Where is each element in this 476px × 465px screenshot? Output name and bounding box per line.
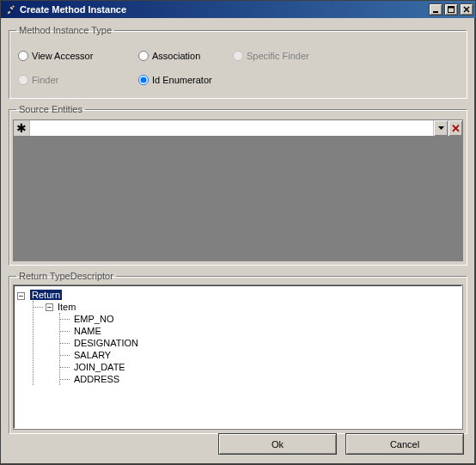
- close-button[interactable]: [460, 3, 473, 15]
- tree-leaf-label[interactable]: EMP_NO: [72, 313, 115, 325]
- tree-leaf[interactable]: ADDRESS: [60, 373, 459, 385]
- tree-connector: [59, 367, 70, 368]
- tree-connector: [59, 355, 70, 356]
- svg-rect-1: [433, 11, 438, 13]
- svg-rect-3: [449, 7, 455, 9]
- titlebar: Create Method Instance: [1, 1, 475, 18]
- radio-id-enumerator[interactable]: Id Enumerator: [138, 75, 212, 85]
- close-icon: ✕: [451, 122, 461, 135]
- cancel-button[interactable]: Cancel: [345, 433, 464, 455]
- radio-view-accessor-input[interactable]: [18, 51, 28, 61]
- radio-association-label: Association: [152, 51, 200, 61]
- radio-view-accessor-label: View Accessor: [32, 51, 93, 61]
- tree-connector: [33, 307, 43, 308]
- source-entity-remove-button[interactable]: ✕: [448, 120, 462, 136]
- tree-leaf-label[interactable]: NAME: [72, 325, 103, 337]
- radio-specific-finder-input: [233, 51, 243, 61]
- source-entities-legend: Source Entities: [16, 104, 85, 114]
- tree-root-label[interactable]: Return: [30, 290, 62, 300]
- radio-finder-input: [18, 75, 28, 85]
- method-instance-type-legend: Method Instance Type: [16, 25, 114, 35]
- tree-leaf[interactable]: DESIGNATION: [60, 337, 459, 349]
- radio-id-enumerator-label: Id Enumerator: [152, 75, 212, 85]
- tree-leaf-label[interactable]: ADDRESS: [72, 373, 121, 385]
- tree-leaf-label[interactable]: JOIN_DATE: [72, 361, 127, 373]
- tree-connector: [59, 319, 70, 320]
- radio-view-accessor[interactable]: View Accessor: [18, 51, 93, 61]
- source-entity-cell[interactable]: [30, 120, 433, 136]
- maximize-button[interactable]: [444, 3, 458, 15]
- source-entities-group: Source Entities ✱ ✕: [9, 104, 467, 266]
- svg-point-0: [12, 5, 15, 8]
- source-entities-grid-body[interactable]: [13, 137, 463, 261]
- method-instance-type-group: Method Instance Type View Accessor Assoc…: [9, 25, 467, 99]
- tree-leaf[interactable]: SALARY: [60, 349, 459, 361]
- tree-leaf[interactable]: JOIN_DATE: [60, 361, 459, 373]
- dialog-buttons: Ok Cancel: [218, 433, 464, 455]
- collapse-icon[interactable]: −: [17, 292, 25, 300]
- radio-finder-label: Finder: [32, 75, 58, 85]
- tree-leaf-label[interactable]: SALARY: [72, 349, 113, 361]
- radio-association-input[interactable]: [138, 51, 149, 61]
- tree-leaf-label[interactable]: DESIGNATION: [72, 337, 140, 349]
- tree-root[interactable]: − Return: [17, 289, 459, 301]
- tree-connector: [59, 331, 70, 332]
- minimize-button[interactable]: [429, 3, 442, 15]
- source-entity-dropdown-button[interactable]: [433, 120, 448, 136]
- dialog-title: Create Method Instance: [20, 4, 427, 15]
- radio-specific-finder-label: Specific Finder: [247, 51, 309, 61]
- return-typedescriptor-group: Return TypeDescriptor − Return − Item EM…: [9, 271, 467, 434]
- collapse-icon[interactable]: −: [46, 303, 53, 311]
- radio-finder: Finder: [18, 75, 58, 85]
- source-entities-row: ✱ ✕: [13, 119, 463, 137]
- return-type-tree[interactable]: − Return − Item EMP_NO NAME DESIGNATION …: [13, 285, 463, 430]
- tools-icon: [3, 3, 17, 16]
- tree-item[interactable]: − Item: [34, 301, 459, 313]
- radio-id-enumerator-input[interactable]: [138, 75, 149, 85]
- dialog-window: Create Method Instance Method Instance T…: [0, 0, 476, 465]
- ok-button[interactable]: Ok: [218, 433, 337, 455]
- new-row-indicator: ✱: [14, 120, 30, 136]
- chevron-down-icon: [438, 126, 444, 130]
- tree-item-label[interactable]: Item: [56, 301, 77, 313]
- tree-connector: [59, 343, 70, 344]
- return-typedescriptor-legend: Return TypeDescriptor: [16, 271, 116, 281]
- tree-leaf[interactable]: NAME: [60, 325, 459, 337]
- tree-leaf[interactable]: EMP_NO: [60, 313, 459, 325]
- radio-association[interactable]: Association: [138, 51, 200, 61]
- radio-specific-finder: Specific Finder: [233, 51, 309, 61]
- tree-connector: [59, 379, 70, 380]
